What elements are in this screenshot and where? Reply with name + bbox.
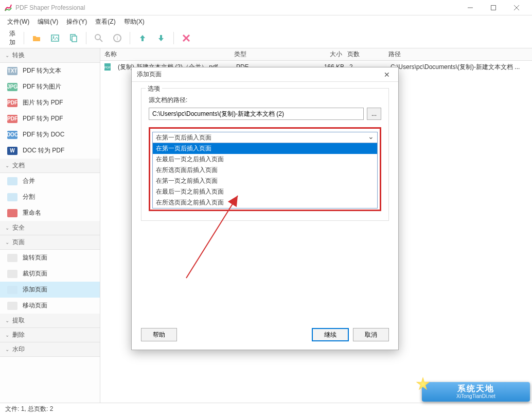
cancel-button[interactable]: 取消 — [353, 328, 389, 341]
sidebar-item-icon: JPG — [7, 83, 17, 91]
insert-position-combo[interactable]: 在第一页后插入页面 — [152, 132, 378, 143]
sidebar-item[interactable]: DOCPDF 转为 DOC — [0, 127, 100, 143]
folder-icon — [32, 33, 41, 43]
sidebar-item-label: PDF 转为文本 — [23, 66, 61, 75]
combo-option[interactable]: 在所选页面之前插入页面 — [153, 197, 377, 208]
menu-edit[interactable]: 编辑(V) — [33, 16, 62, 27]
sidebar-item[interactable]: WDOC 转为 PDF — [0, 143, 100, 159]
delete-button[interactable] — [178, 30, 194, 46]
combo-option[interactable]: 在所选页面后插入页面 — [153, 165, 377, 176]
sidebar-item[interactable]: JPGPDF 转为图片 — [0, 79, 100, 95]
list-header: 名称 类型 大小 页数 路径 — [100, 48, 532, 61]
add-button[interactable]: 添加 — [3, 30, 20, 46]
sidebar-item[interactable]: TXTPDF 转为文本 — [0, 63, 100, 79]
move-up-button[interactable] — [134, 30, 151, 46]
sidebar-item-label: 旋转页面 — [23, 253, 47, 262]
sidebar-item-icon — [7, 270, 17, 278]
combo-option[interactable]: 在第一页之前插入页面 — [153, 176, 377, 186]
search-button[interactable] — [91, 30, 107, 46]
arrow-down-icon — [156, 33, 166, 43]
app-title: PDF Shaper Professional — [15, 4, 458, 11]
copy-button[interactable] — [65, 30, 82, 46]
browse-button[interactable]: ... — [367, 108, 381, 120]
source-path-input[interactable] — [149, 108, 364, 120]
group-label: 选项 — [146, 84, 162, 93]
dialog-close-button[interactable]: ✕ — [381, 71, 393, 79]
sidebar-item-label: 裁切页面 — [23, 269, 47, 278]
sidebar-item[interactable]: 旋转页面 — [0, 250, 100, 266]
move-down-button[interactable] — [153, 30, 169, 46]
menu-bar: 文件(W) 编辑(V) 操作(Y) 查看(Z) 帮助(X) — [0, 15, 532, 28]
watermark-url: XiTongTianDi.net — [456, 393, 495, 400]
sidebar-item-icon: W — [7, 147, 17, 155]
copy-icon — [69, 33, 78, 43]
sidebar-item-icon — [7, 177, 17, 185]
combo-option[interactable]: 在第一页后插入页面 — [153, 143, 377, 154]
sidebar-section-header[interactable]: ⌄水印 — [0, 342, 100, 357]
search-icon — [94, 33, 103, 43]
sidebar-item[interactable]: 重命名 — [0, 205, 100, 221]
sidebar-section-header[interactable]: ⌄转换 — [0, 48, 100, 63]
continue-button[interactable]: 继续 — [312, 328, 349, 341]
info-icon: i — [113, 33, 122, 43]
menu-help[interactable]: 帮助(X) — [120, 16, 149, 27]
sidebar-section-header[interactable]: ⌄页面 — [0, 235, 100, 250]
col-path[interactable]: 路径 — [388, 50, 532, 59]
menu-operate[interactable]: 操作(Y) — [62, 16, 91, 27]
sidebar-item-label: PDF 转为 PDF — [23, 114, 63, 123]
watermark-badge: 系统天地 XiTongTianDi.net — [422, 382, 530, 402]
sidebar-item-icon — [7, 209, 17, 217]
close-button[interactable] — [505, 0, 528, 15]
combo-option[interactable]: 在最后一页之前插入页面 — [153, 186, 377, 197]
sidebar-item-label: DOC 转为 PDF — [23, 146, 64, 155]
sidebar-item-label: 图片 转为 PDF — [23, 98, 63, 107]
maximize-button[interactable] — [482, 0, 505, 15]
sidebar-item[interactable]: 移动页面 — [0, 298, 100, 314]
sidebar-item[interactable]: PDF图片 转为 PDF — [0, 95, 100, 111]
add-pages-dialog: 添加页面 ✕ 选项 源文档的路径: ... 在第一页后插入页面 在第一页后插入页… — [131, 67, 399, 350]
watermark-title: 系统天地 — [457, 384, 494, 393]
svg-rect-9 — [72, 36, 77, 42]
image-button[interactable] — [47, 30, 63, 46]
col-pages[interactable]: 页数 — [347, 50, 388, 59]
menu-file[interactable]: 文件(W) — [3, 16, 33, 27]
col-name[interactable]: 名称 — [100, 50, 234, 59]
folder-button[interactable] — [28, 30, 45, 46]
pdf-file-icon: PDF — [103, 63, 112, 71]
sidebar-item-icon: TXT — [7, 67, 17, 75]
sidebar-item-label: 添加页面 — [23, 285, 47, 294]
sidebar: ⌄转换TXTPDF 转为文本JPGPDF 转为图片PDF图片 转为 PDFPDF… — [0, 48, 100, 403]
highlighted-dropdown: 在第一页后插入页面 在第一页后插入页面在最后一页之后插入页面在所选页面后插入页面… — [149, 127, 381, 211]
minimize-button[interactable] — [458, 0, 482, 15]
svg-line-11 — [100, 39, 102, 42]
sidebar-item[interactable]: PDFPDF 转为 PDF — [0, 111, 100, 127]
sidebar-section-header[interactable]: ⌄文档 — [0, 159, 100, 173]
col-type[interactable]: 类型 — [234, 50, 306, 59]
title-bar: PDF Shaper Professional — [0, 0, 532, 15]
sidebar-section-header[interactable]: ⌄提取 — [0, 314, 100, 328]
toolbar: 添加 i — [0, 28, 532, 48]
arrow-up-icon — [138, 33, 147, 43]
sidebar-item[interactable]: 添加页面 — [0, 282, 100, 298]
svg-rect-1 — [491, 5, 495, 10]
dialog-title: 添加页面 — [137, 70, 162, 79]
cell-path: C:\Users\pc\Documents\(复制)-新建文本文档 ... — [391, 63, 532, 72]
svg-text:PDF: PDF — [104, 66, 111, 69]
combo-option[interactable]: 在最后一页之后插入页面 — [153, 154, 377, 165]
info-button[interactable]: i — [109, 30, 126, 46]
sidebar-item[interactable]: 合并 — [0, 173, 100, 189]
sidebar-item-label: 重命名 — [23, 209, 41, 217]
image-icon — [50, 33, 60, 43]
status-bar: 文件: 1, 总页数: 2 — [0, 403, 532, 415]
sidebar-item-label: 合并 — [23, 177, 35, 185]
sidebar-item[interactable]: 裁切页面 — [0, 266, 100, 282]
help-button[interactable]: 帮助 — [141, 328, 177, 341]
sidebar-item-icon — [7, 193, 17, 201]
sidebar-section-header[interactable]: ⌄删除 — [0, 328, 100, 342]
sidebar-section-header[interactable]: ⌄安全 — [0, 221, 100, 235]
sidebar-item-icon — [7, 302, 17, 310]
sidebar-item-icon — [7, 286, 17, 294]
col-size[interactable]: 大小 — [306, 50, 347, 59]
sidebar-item[interactable]: 分割 — [0, 189, 100, 205]
menu-view[interactable]: 查看(Z) — [91, 16, 119, 27]
